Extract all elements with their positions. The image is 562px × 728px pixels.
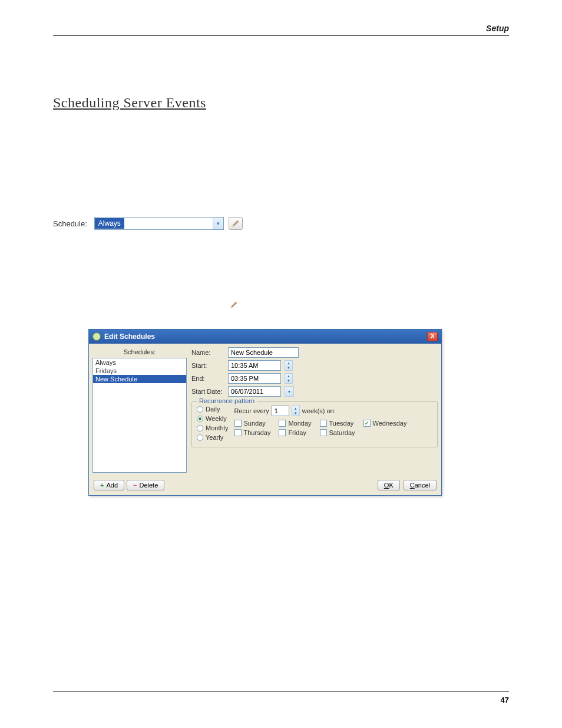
- schedule-dropdown[interactable]: Always ▾: [94, 217, 224, 230]
- radio-label: Monthly: [206, 424, 229, 431]
- checkbox-icon: ✓: [363, 420, 371, 427]
- cancel-label: Cancel: [410, 482, 430, 489]
- checkbox-wednesday[interactable]: ✓ Wednesday: [363, 420, 407, 427]
- checkbox-icon: [234, 420, 242, 427]
- pencil-icon: [230, 301, 238, 309]
- add-label: Add: [106, 482, 118, 489]
- page-footer: 47: [53, 691, 509, 704]
- day-label: Monday: [288, 420, 311, 427]
- radio-label: Daily: [206, 406, 220, 413]
- dialog-footer: + Add − Delete OK Cancel: [89, 476, 441, 495]
- schedules-label: Schedules:: [92, 347, 187, 358]
- recurrence-radio-group: Daily Weekly Monthly Yearly: [197, 406, 229, 441]
- start-time-spinner[interactable]: ▲ ▼: [285, 360, 293, 371]
- start-time-input[interactable]: [228, 360, 281, 371]
- delete-label: Delete: [139, 482, 158, 489]
- section-heading: Scheduling Server Events: [53, 95, 509, 111]
- checkbox-icon: [279, 429, 286, 436]
- checkbox-icon: [320, 429, 327, 436]
- dialog-title: Edit Schedules: [104, 332, 155, 341]
- day-label: Thursday: [244, 429, 271, 436]
- radio-monthly[interactable]: Monthly: [197, 424, 229, 431]
- chevron-down-icon[interactable]: ▼: [292, 411, 299, 416]
- end-time-input[interactable]: [228, 373, 281, 384]
- dialog-titlebar: Edit Schedules X: [89, 330, 441, 344]
- recurrence-title: Recurrence pattern: [197, 397, 257, 404]
- day-label: Wednesday: [373, 420, 407, 427]
- close-icon: X: [431, 334, 435, 340]
- list-item[interactable]: Always: [93, 358, 186, 367]
- page-number: 47: [501, 696, 509, 704]
- pencil-icon: [232, 219, 240, 228]
- radio-yearly[interactable]: Yearly: [197, 434, 229, 441]
- checkbox-tuesday[interactable]: Tuesday: [320, 420, 355, 427]
- end-label: End:: [191, 375, 224, 382]
- schedules-panel: Schedules: Always Fridays New Schedule: [92, 347, 187, 473]
- day-label: Sunday: [244, 420, 266, 427]
- chevron-up-icon[interactable]: ▲: [285, 374, 292, 378]
- schedule-detail-panel: Name: Start: ▲ ▼ End: ▲ ▼ Start: [191, 347, 438, 473]
- plus-icon: +: [100, 482, 104, 489]
- radio-icon: [197, 434, 203, 441]
- chevron-down-icon[interactable]: ▼: [285, 365, 292, 370]
- radio-label: Weekly: [206, 415, 227, 422]
- checkbox-saturday[interactable]: Saturday: [320, 429, 355, 436]
- start-label: Start:: [191, 362, 224, 369]
- chevron-up-icon[interactable]: ▲: [292, 406, 299, 411]
- radio-weekly[interactable]: Weekly: [197, 415, 229, 422]
- edit-schedule-button[interactable]: [229, 217, 243, 230]
- schedule-label: Schedule:: [53, 219, 87, 228]
- day-label: Tuesday: [329, 420, 354, 427]
- checkbox-thursday[interactable]: Thursday: [234, 429, 271, 436]
- checkbox-sunday[interactable]: Sunday: [234, 420, 271, 427]
- checkbox-icon: [279, 420, 286, 427]
- day-label: Friday: [288, 429, 306, 436]
- ok-button[interactable]: OK: [378, 480, 400, 490]
- chevron-down-icon[interactable]: ▾: [213, 218, 223, 229]
- ok-label: OK: [384, 482, 394, 489]
- add-button[interactable]: + Add: [94, 480, 124, 490]
- schedule-field-row: Schedule: Always ▾: [53, 217, 509, 230]
- list-item[interactable]: New Schedule: [93, 375, 186, 383]
- cancel-button[interactable]: Cancel: [404, 480, 437, 490]
- breadcrumb: Setup: [53, 24, 509, 33]
- start-date-input[interactable]: [228, 386, 281, 397]
- days-grid: Sunday Monday Tuesday ✓: [234, 420, 407, 436]
- recurrence-groupbox: Recurrence pattern Daily Weekly: [191, 401, 438, 447]
- page-header: Setup: [53, 24, 509, 36]
- clock-icon: [92, 332, 101, 341]
- start-date-label: Start Date:: [191, 388, 224, 395]
- schedules-listbox[interactable]: Always Fridays New Schedule: [92, 358, 187, 473]
- recur-every-label: Recur every: [234, 407, 269, 414]
- recur-every-spinner[interactable]: ▲ ▼: [292, 406, 300, 416]
- day-label: Saturday: [329, 429, 355, 436]
- weekly-detail: Recur every ▲ ▼ week(s) on: Sunday: [234, 406, 407, 441]
- minus-icon: −: [133, 482, 137, 489]
- list-item[interactable]: Fridays: [93, 367, 186, 375]
- edit-schedules-dialog: Edit Schedules X Schedules: Always Frida…: [88, 329, 442, 496]
- schedule-dropdown-value: Always: [95, 218, 124, 229]
- chevron-up-icon[interactable]: ▲: [285, 361, 292, 365]
- radio-icon: [197, 425, 203, 431]
- checkbox-icon: [234, 429, 242, 436]
- weeks-on-label: week(s) on:: [302, 407, 336, 414]
- recur-every-input[interactable]: [272, 406, 289, 416]
- chevron-down-icon[interactable]: ▼: [285, 378, 292, 383]
- radio-icon: [197, 416, 203, 422]
- delete-button[interactable]: − Delete: [127, 480, 164, 490]
- pencil-indicator: [230, 301, 509, 311]
- radio-label: Yearly: [206, 434, 223, 441]
- checkbox-monday[interactable]: Monday: [279, 420, 311, 427]
- name-label: Name:: [191, 349, 224, 356]
- close-button[interactable]: X: [427, 332, 438, 341]
- name-input[interactable]: [228, 347, 299, 358]
- radio-daily[interactable]: Daily: [197, 406, 229, 413]
- radio-icon: [197, 406, 203, 413]
- end-time-spinner[interactable]: ▲ ▼: [285, 373, 293, 384]
- dialog-body: Schedules: Always Fridays New Schedule N…: [89, 344, 441, 476]
- checkbox-friday[interactable]: Friday: [279, 429, 311, 436]
- chevron-down-icon[interactable]: ▾: [285, 386, 294, 397]
- checkbox-icon: [320, 420, 327, 427]
